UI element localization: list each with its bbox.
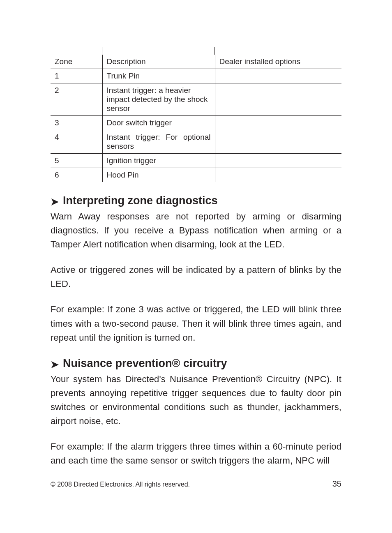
- paragraph: Warn Away responses are not reported by …: [51, 210, 341, 252]
- page-content: Zone Description Dealer installed option…: [33, 8, 359, 525]
- cell-description: Instant trigger: For optional sensors: [102, 130, 215, 154]
- cell-options: [215, 69, 341, 83]
- cell-description: Door switch trigger: [102, 116, 215, 130]
- cell-description: Instant trigger: a heavier impact detect…: [102, 83, 215, 116]
- cell-options: [215, 168, 341, 182]
- cell-description: Hood Pin: [102, 168, 215, 182]
- cell-options: [215, 130, 341, 154]
- cell-description: Ignition trigger: [102, 154, 215, 168]
- example-lead: For example:: [51, 304, 104, 314]
- crop-mark: [33, 0, 33, 8]
- zone-table: Zone Description Dealer installed option…: [51, 55, 341, 182]
- section-nuisance: ➤ Nuisance prevention® circuitry Your sy…: [51, 357, 341, 468]
- heading-nuisance: ➤ Nuisance prevention® circuitry: [51, 357, 341, 370]
- col-header-options: Dealer installed options: [215, 55, 341, 69]
- crop-mark: [33, 525, 33, 533]
- crop-mark: [359, 525, 359, 533]
- paragraph: Your system has Directed's Nuisance Prev…: [51, 372, 341, 428]
- table-row: 1 Trunk Pin: [51, 69, 341, 83]
- col-header-zone: Zone: [51, 55, 102, 69]
- table-row: 5 Ignition trigger: [51, 154, 341, 168]
- arrow-icon: ➤: [51, 360, 59, 369]
- arrow-icon: ➤: [51, 197, 59, 207]
- table-row: 6 Hood Pin: [51, 168, 341, 182]
- section-interpreting: ➤ Interpreting zone diagnostics Warn Awa…: [51, 194, 341, 345]
- cell-description: Trunk Pin: [102, 69, 215, 83]
- heading-interpreting: ➤ Interpreting zone diagnostics: [51, 194, 341, 207]
- table-row: 3 Door switch trigger: [51, 116, 341, 130]
- cell-options: [215, 116, 341, 130]
- table-top-rules: [51, 47, 341, 55]
- cell-options: [215, 154, 341, 168]
- cell-zone: 2: [51, 83, 102, 116]
- table-row: 4 Instant trigger: For optional sensors: [51, 130, 341, 154]
- heading-text: Nuisance prevention® circuitry: [63, 357, 227, 370]
- crop-mark: [0, 29, 21, 29]
- paragraph: Active or triggered zones will be indica…: [51, 263, 341, 291]
- heading-text: Interpreting zone diagnostics: [63, 194, 218, 207]
- crop-mark: [359, 0, 359, 8]
- page-number: 35: [332, 479, 341, 489]
- col-header-description: Description: [102, 55, 215, 69]
- cell-zone: 4: [51, 130, 102, 154]
- crop-mark: [371, 29, 392, 29]
- example-lead: For example:: [51, 441, 104, 452]
- table-row: 2 Instant trigger: a heavier impact dete…: [51, 83, 341, 116]
- page-footer: © 2008 Directed Electronics. All rights …: [51, 479, 341, 489]
- paragraph-example: For example: If the alarm triggers three…: [51, 440, 341, 468]
- cell-zone: 6: [51, 168, 102, 182]
- cell-options: [215, 83, 341, 116]
- copyright: © 2008 Directed Electronics. All rights …: [51, 481, 190, 488]
- cell-zone: 5: [51, 154, 102, 168]
- cell-zone: 1: [51, 69, 102, 83]
- paragraph-example: For example: If zone 3 was active or tri…: [51, 302, 341, 344]
- cell-zone: 3: [51, 116, 102, 130]
- table-header-row: Zone Description Dealer installed option…: [51, 55, 341, 69]
